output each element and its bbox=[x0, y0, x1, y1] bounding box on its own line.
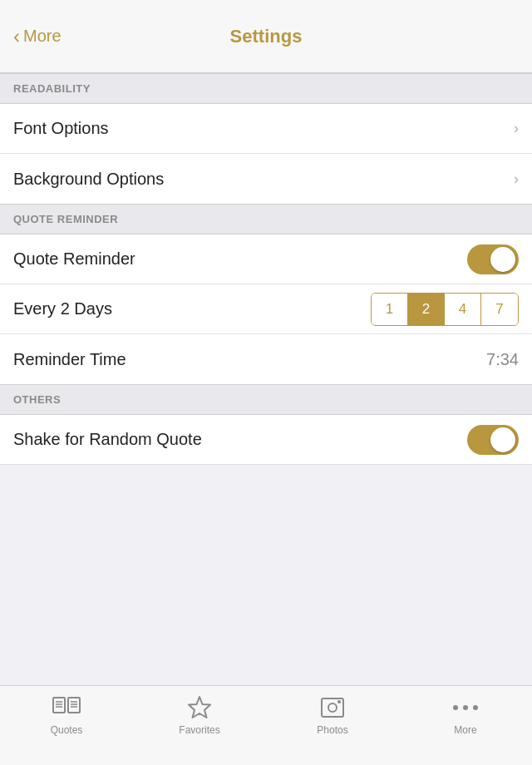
svg-point-14 bbox=[473, 705, 478, 710]
reminder-time-value: 7:34 bbox=[486, 350, 519, 369]
days-option-4[interactable]: 4 bbox=[445, 294, 481, 325]
background-options-chevron-container: › bbox=[514, 170, 519, 188]
background-options-label: Background Options bbox=[13, 170, 164, 189]
page-title: Settings bbox=[230, 26, 303, 47]
readability-section-header: READABILITY bbox=[0, 73, 532, 104]
more-icon bbox=[451, 694, 480, 721]
others-section: Shake for Random Quote bbox=[0, 415, 532, 465]
chevron-right-icon: › bbox=[514, 120, 519, 137]
quote-reminder-toggle[interactable] bbox=[467, 244, 519, 274]
svg-point-11 bbox=[337, 700, 341, 703]
tab-more-label: More bbox=[454, 724, 476, 736]
tab-bar: Quotes Favorites Photos Mo bbox=[0, 685, 532, 765]
navigation-bar: ‹ More Settings bbox=[0, 0, 532, 73]
tab-quotes-label: Quotes bbox=[51, 724, 83, 736]
toggle-thumb bbox=[490, 247, 515, 272]
tab-quotes[interactable]: Quotes bbox=[0, 694, 133, 736]
back-chevron-icon: ‹ bbox=[13, 25, 20, 48]
back-label: More bbox=[23, 27, 62, 46]
every-days-row: Every 2 Days 1 2 4 7 bbox=[0, 284, 532, 334]
tab-photos[interactable]: Photos bbox=[266, 694, 399, 736]
font-options-chevron-container: › bbox=[514, 120, 519, 137]
shake-random-toggle[interactable] bbox=[467, 425, 519, 455]
reminder-time-row[interactable]: Reminder Time 7:34 bbox=[0, 334, 532, 384]
tab-photos-label: Photos bbox=[317, 724, 347, 736]
others-section-header: OTHERS bbox=[0, 384, 532, 415]
tab-favorites-label: Favorites bbox=[179, 724, 219, 736]
chevron-right-icon-2: › bbox=[514, 170, 519, 188]
book-icon bbox=[52, 694, 81, 721]
readability-section: Font Options › Background Options › bbox=[0, 104, 532, 204]
shake-random-label: Shake for Random Quote bbox=[13, 430, 202, 449]
every-days-label: Every 2 Days bbox=[13, 299, 112, 318]
days-option-7[interactable]: 7 bbox=[481, 294, 518, 325]
font-options-label: Font Options bbox=[13, 119, 109, 138]
tab-more[interactable]: More bbox=[399, 694, 532, 736]
svg-rect-0 bbox=[53, 698, 65, 713]
star-icon bbox=[185, 694, 214, 721]
quote-reminder-label: Quote Reminder bbox=[13, 249, 135, 269]
back-button[interactable]: ‹ More bbox=[13, 25, 62, 48]
quote-reminder-row: Quote Reminder bbox=[0, 234, 532, 284]
days-option-2[interactable]: 2 bbox=[408, 294, 445, 325]
days-option-1[interactable]: 1 bbox=[372, 294, 408, 325]
shake-toggle-thumb bbox=[490, 427, 515, 452]
background-options-row[interactable]: Background Options › bbox=[0, 154, 532, 204]
photo-icon bbox=[318, 694, 347, 721]
svg-rect-1 bbox=[68, 698, 80, 713]
svg-point-13 bbox=[463, 705, 468, 710]
days-segmented-control: 1 2 4 7 bbox=[371, 293, 519, 326]
quote-reminder-section: Quote Reminder Every 2 Days 1 2 4 7 Remi… bbox=[0, 234, 532, 384]
quote-reminder-section-header: QUOTE REMINDER bbox=[0, 204, 532, 234]
reminder-time-label: Reminder Time bbox=[13, 350, 126, 369]
svg-point-10 bbox=[328, 703, 337, 712]
tab-favorites[interactable]: Favorites bbox=[133, 694, 266, 736]
shake-random-row: Shake for Random Quote bbox=[0, 415, 532, 465]
svg-marker-8 bbox=[189, 697, 210, 718]
font-options-row[interactable]: Font Options › bbox=[0, 104, 532, 154]
svg-point-12 bbox=[453, 705, 458, 710]
